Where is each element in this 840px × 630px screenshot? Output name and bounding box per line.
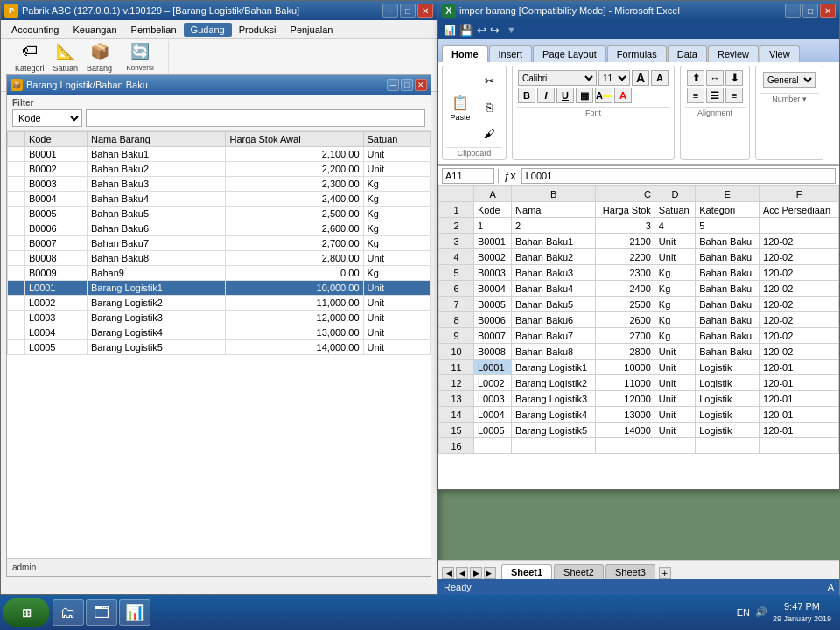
cell-satuan[interactable]: Unit: [363, 281, 430, 296]
cell-r1-c1[interactable]: Nama: [512, 202, 596, 218]
cell-nama[interactable]: Barang Logistik4: [88, 326, 226, 340]
cell-harga[interactable]: 2,300.00: [226, 177, 363, 192]
cell-r8-c3[interactable]: Kg: [654, 312, 695, 328]
cell-r8-c0[interactable]: B0006: [474, 312, 512, 328]
cell-r3-c0[interactable]: B0001: [474, 234, 512, 249]
cell-r16-c2[interactable]: [596, 438, 655, 454]
menu-accounting[interactable]: Accounting: [4, 23, 66, 37]
col-header-f[interactable]: F: [760, 186, 839, 202]
cell-r10-c0[interactable]: B0008: [474, 344, 512, 360]
tab-formulas[interactable]: Formulas: [607, 46, 667, 62]
cell-r12-c2[interactable]: 11000: [596, 375, 655, 391]
cell-kode[interactable]: B0009: [24, 266, 87, 281]
sheet-tab-1[interactable]: Sheet1: [501, 564, 552, 579]
excel-row[interactable]: 6B0004Bahan Baku42400KgBahan Baku120-02: [439, 281, 839, 297]
cell-r4-c1[interactable]: Bahan Baku2: [512, 249, 596, 265]
format-painter-button[interactable]: 🖌: [476, 121, 502, 145]
excel-row[interactable]: 13L0003Barang Logistik312000UnitLogistik…: [439, 391, 839, 407]
cell-r12-c3[interactable]: Unit: [654, 375, 695, 391]
cell-kode[interactable]: B0007: [24, 236, 87, 251]
cell-r10-c1[interactable]: Bahan Baku8: [512, 344, 596, 360]
menu-pembelian[interactable]: Pembelian: [124, 23, 184, 37]
cell-r14-c0[interactable]: L0004: [474, 407, 512, 423]
cell-satuan[interactable]: Unit: [363, 251, 430, 266]
function-wizard-icon[interactable]: ƒx: [504, 169, 516, 182]
quick-save-button[interactable]: 💾: [459, 24, 473, 37]
cell-satuan[interactable]: Unit: [363, 340, 430, 355]
cell-nama[interactable]: Bahan Baku2: [88, 162, 226, 177]
sheet-nav-next[interactable]: ▶: [470, 567, 482, 579]
underline-button[interactable]: U: [556, 88, 574, 103]
cell-r11-c0[interactable]: L0001: [474, 360, 512, 375]
sheet-nav-first[interactable]: |◀: [442, 567, 454, 579]
cell-r16-c1[interactable]: [512, 438, 596, 454]
cell-kode[interactable]: B0004: [24, 192, 87, 206]
cell-kode[interactable]: B0002: [24, 162, 87, 177]
cell-r4-c0[interactable]: B0002: [474, 249, 512, 265]
cell-r7-c1[interactable]: Bahan Baku5: [512, 297, 596, 312]
menu-produksi[interactable]: Produksi: [232, 23, 284, 37]
cell-r7-c3[interactable]: Kg: [654, 297, 695, 312]
cell-r2-c4[interactable]: 5: [696, 218, 760, 234]
cell-harga[interactable]: 2,500.00: [226, 206, 363, 221]
italic-button[interactable]: I: [537, 88, 555, 103]
cell-harga[interactable]: 10,000.00: [226, 281, 363, 296]
cell-r8-c1[interactable]: Bahan Baku6: [512, 312, 596, 328]
cell-r11-c4[interactable]: Logistik: [696, 360, 760, 375]
cell-r5-c3[interactable]: Kg: [654, 265, 695, 281]
cell-nama[interactable]: Bahan Baku3: [88, 177, 226, 192]
table-row[interactable]: B0002 Bahan Baku2 2,200.00 Unit: [8, 162, 430, 177]
font-color-button[interactable]: A: [614, 88, 632, 103]
sheet-nav-last[interactable]: ▶|: [484, 567, 496, 579]
cell-satuan[interactable]: Kg: [363, 266, 430, 281]
excel-row[interactable]: 8B0006Bahan Baku62600KgBahan Baku120-02: [439, 312, 839, 328]
cell-r13-c4[interactable]: Logistik: [696, 391, 760, 407]
new-sheet-button[interactable]: +: [659, 567, 671, 579]
cell-r7-c5[interactable]: 120-02: [760, 297, 839, 312]
cell-r1-c0[interactable]: Kode: [474, 202, 512, 218]
cell-r11-c1[interactable]: Barang Logistik1: [512, 360, 596, 375]
col-header-d[interactable]: D: [654, 186, 695, 202]
cell-r5-c4[interactable]: Bahan Baku: [696, 265, 760, 281]
decrease-font-button[interactable]: A: [651, 70, 668, 86]
cell-r6-c0[interactable]: B0004: [474, 281, 512, 297]
cell-r15-c0[interactable]: L0005: [474, 423, 512, 438]
cell-satuan[interactable]: Kg: [363, 192, 430, 206]
increase-font-button[interactable]: A: [632, 70, 649, 86]
cell-harga[interactable]: 2,600.00: [226, 221, 363, 236]
cell-r9-c1[interactable]: Bahan Baku7: [512, 328, 596, 344]
cell-harga[interactable]: 0.00: [226, 266, 363, 281]
cell-nama[interactable]: Barang Logistik3: [88, 311, 226, 326]
cell-r3-c4[interactable]: Bahan Baku: [696, 234, 760, 249]
excel-row[interactable]: 5B0003Bahan Baku32300KgBahan Baku120-02: [439, 265, 839, 281]
cell-r11-c2[interactable]: 10000: [596, 360, 655, 375]
cell-r12-c0[interactable]: L0002: [474, 375, 512, 391]
cell-r6-c2[interactable]: 2400: [596, 281, 655, 297]
cell-r9-c2[interactable]: 2700: [596, 328, 655, 344]
cell-r3-c1[interactable]: Bahan Baku1: [512, 234, 596, 249]
filter-input[interactable]: [86, 109, 425, 127]
col-header-c[interactable]: C: [596, 186, 655, 202]
excel-row[interactable]: 12L0002Barang Logistik211000UnitLogistik…: [439, 375, 839, 391]
menu-penjualan[interactable]: Penjualan: [284, 23, 340, 37]
cell-nama[interactable]: Bahan Baku7: [88, 236, 226, 251]
excel-row[interactable]: 14L0004Barang Logistik413000UnitLogistik…: [439, 407, 839, 423]
table-row[interactable]: L0003 Barang Logistik3 12,000.00 Unit: [8, 311, 430, 326]
excel-row[interactable]: 16: [439, 438, 839, 454]
align-middle-button[interactable]: ↔: [706, 70, 724, 86]
excel-row[interactable]: 7B0005Bahan Baku52500KgBahan Baku120-02: [439, 297, 839, 312]
cell-r10-c5[interactable]: 120-02: [760, 344, 839, 360]
tab-review[interactable]: Review: [708, 46, 759, 62]
taskbar-excel-button[interactable]: 📊: [119, 599, 150, 626]
cell-r5-c5[interactable]: 120-02: [760, 265, 839, 281]
start-button[interactable]: ⊞: [4, 598, 49, 626]
cell-kode[interactable]: L0003: [24, 311, 87, 326]
table-row[interactable]: B0004 Bahan Baku4 2,400.00 Kg: [8, 192, 430, 206]
col-header-e[interactable]: E: [696, 186, 760, 202]
cell-nama[interactable]: Bahan Baku1: [88, 147, 226, 162]
table-row[interactable]: B0003 Bahan Baku3 2,300.00 Kg: [8, 177, 430, 192]
cell-r15-c5[interactable]: 120-01: [760, 423, 839, 438]
cell-r2-c2[interactable]: 3: [596, 218, 655, 234]
border-button[interactable]: ▦: [576, 88, 593, 103]
copy-button[interactable]: ⎘: [476, 94, 502, 119]
